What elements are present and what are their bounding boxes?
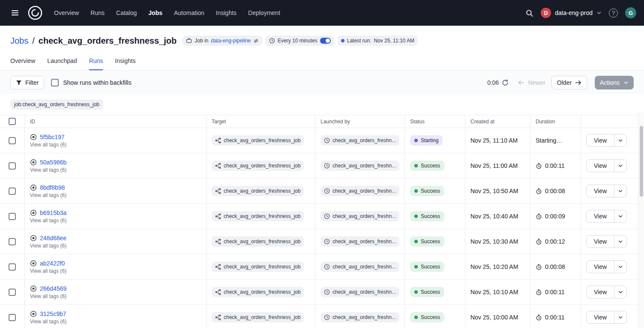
filter-button[interactable]: Filter <box>10 76 44 89</box>
scrollbar-thumb[interactable] <box>640 126 643 197</box>
run-id-link[interactable]: 50a5986b <box>40 159 66 166</box>
target-chip[interactable]: check_avg_orders_freshness_job <box>212 211 304 221</box>
view-all-tags-link[interactable]: View all tags (6) <box>30 319 66 325</box>
view-all-tags-link[interactable]: View all tags (6) <box>30 167 66 173</box>
run-status-target-icon <box>30 159 37 166</box>
view-button[interactable]: View <box>586 210 614 223</box>
view-button[interactable]: View <box>586 311 614 324</box>
tab-insights[interactable]: Insights <box>115 57 135 70</box>
help-button[interactable]: ? <box>609 9 618 18</box>
pipeline-link[interactable]: data-eng-pipeline <box>211 38 251 44</box>
row-checkbox[interactable] <box>9 188 16 195</box>
launched-by-chip[interactable]: check_avg_orders_freshn… <box>321 135 399 146</box>
hamburger-menu-button[interactable] <box>8 6 22 20</box>
launched-by-chip[interactable]: check_avg_orders_freshn… <box>321 186 399 196</box>
swap-icon[interactable] <box>253 38 259 44</box>
schedule-clock-icon <box>324 137 330 143</box>
target-chip[interactable]: check_avg_orders_freshness_job <box>212 312 304 322</box>
backfills-checkbox[interactable] <box>51 79 59 86</box>
created-at-cell: Nov 25, 10:10 AM <box>465 280 530 304</box>
latest-run-time: Nov 25, 11:10 AM <box>374 38 414 44</box>
view-all-tags-link[interactable]: View all tags (6) <box>30 293 66 299</box>
actions-button[interactable]: Actions <box>595 76 634 89</box>
row-checkbox[interactable] <box>9 314 16 321</box>
nav-item-deployment[interactable]: Deployment <box>248 9 280 16</box>
id-cell: ab2422f0 View all tags (6) <box>25 254 207 279</box>
search-button[interactable] <box>525 9 533 17</box>
launched-by-chip[interactable]: check_avg_orders_freshn… <box>321 312 399 322</box>
target-cell: check_avg_orders_freshness_job <box>207 229 315 254</box>
run-id-link[interactable]: 266d4569 <box>40 285 66 292</box>
nav-item-catalog[interactable]: Catalog <box>116 9 137 16</box>
view-button[interactable]: View <box>586 260 614 273</box>
nav-item-runs[interactable]: Runs <box>90 9 105 16</box>
view-all-tags-link[interactable]: View all tags (6) <box>30 218 66 224</box>
row-checkbox[interactable] <box>9 263 16 271</box>
chevron-down-icon <box>618 214 623 219</box>
view-all-tags-link[interactable]: View all tags (6) <box>30 192 66 198</box>
nav-item-jobs[interactable]: Jobs <box>148 9 162 16</box>
status-badge: Success <box>410 186 444 196</box>
row-menu-button[interactable] <box>614 210 627 223</box>
view-button[interactable]: View <box>586 235 614 248</box>
refresh-button[interactable] <box>502 79 509 86</box>
job-filter-tag[interactable]: job:check_avg_orders_freshness_job <box>10 99 103 110</box>
org-switcher[interactable]: D data-eng-prod <box>541 8 602 18</box>
run-id-link[interactable]: b6915b3a <box>40 209 66 216</box>
row-menu-button[interactable] <box>614 235 627 248</box>
view-all-tags-link[interactable]: View all tags (6) <box>30 268 66 274</box>
run-id-link[interactable]: 248d68ee <box>40 235 66 242</box>
tab-launchpad[interactable]: Launchpad <box>47 57 77 70</box>
run-id-link[interactable]: ab2422f0 <box>40 260 65 267</box>
row-checkbox[interactable] <box>9 137 16 144</box>
chevron-down-icon <box>618 264 623 269</box>
nav-item-overview[interactable]: Overview <box>54 9 79 16</box>
row-menu-button[interactable] <box>614 159 627 172</box>
latest-run-label: Latest run: <box>347 38 371 44</box>
launched-by-chip[interactable]: check_avg_orders_freshn… <box>321 287 399 297</box>
view-all-tags-link[interactable]: View all tags (6) <box>30 142 66 148</box>
row-menu-button[interactable] <box>614 260 627 273</box>
select-all-checkbox[interactable] <box>9 118 16 125</box>
target-chip[interactable]: check_avg_orders_freshness_job <box>212 287 304 297</box>
row-menu-button[interactable] <box>614 311 627 324</box>
target-chip[interactable]: check_avg_orders_freshness_job <box>212 135 304 146</box>
run-id-link[interactable]: 8bdf8b98 <box>40 184 65 191</box>
stopwatch-icon <box>536 163 542 169</box>
row-checkbox[interactable] <box>9 238 16 245</box>
view-button[interactable]: View <box>586 159 614 172</box>
tab-runs[interactable]: Runs <box>89 57 103 70</box>
older-button[interactable]: Older <box>551 76 587 89</box>
target-chip[interactable]: check_avg_orders_freshness_job <box>212 262 304 272</box>
row-menu-button[interactable] <box>614 286 627 298</box>
newer-button[interactable]: Newer <box>518 79 545 86</box>
target-chip[interactable]: check_avg_orders_freshness_job <box>212 161 304 171</box>
chevron-down-icon <box>618 188 623 194</box>
nav-item-insights[interactable]: Insights <box>216 9 237 16</box>
nav-item-automation[interactable]: Automation <box>174 9 204 16</box>
row-menu-button[interactable] <box>614 185 627 197</box>
view-button[interactable]: View <box>586 286 614 298</box>
run-id-link[interactable]: 3125c9b7 <box>40 310 66 317</box>
target-label: check_avg_orders_freshness_job <box>224 289 300 295</box>
view-button[interactable]: View <box>586 134 614 147</box>
user-avatar[interactable]: G <box>625 7 636 18</box>
row-checkbox[interactable] <box>9 162 16 170</box>
launched-by-chip[interactable]: check_avg_orders_freshn… <box>321 161 399 171</box>
row-checkbox[interactable] <box>9 213 16 220</box>
vertical-scrollbar[interactable] <box>638 112 644 328</box>
launched-by-chip[interactable]: check_avg_orders_freshn… <box>321 236 399 247</box>
view-all-tags-link[interactable]: View all tags (6) <box>30 243 66 249</box>
row-checkbox[interactable] <box>9 289 16 296</box>
launched-by-chip[interactable]: check_avg_orders_freshn… <box>321 262 399 272</box>
launched-by-chip[interactable]: check_avg_orders_freshn… <box>321 211 399 221</box>
breadcrumb-jobs-link[interactable]: Jobs <box>10 36 28 46</box>
schedule-toggle[interactable] <box>320 38 331 44</box>
target-chip[interactable]: check_avg_orders_freshness_job <box>212 186 304 196</box>
target-chip[interactable]: check_avg_orders_freshness_job <box>212 236 304 247</box>
tab-overview[interactable]: Overview <box>10 57 35 70</box>
view-button[interactable]: View <box>586 185 614 197</box>
row-menu-button[interactable] <box>614 134 627 147</box>
dagster-logo[interactable] <box>27 4 44 21</box>
run-id-link[interactable]: 5f5bc197 <box>40 134 65 140</box>
